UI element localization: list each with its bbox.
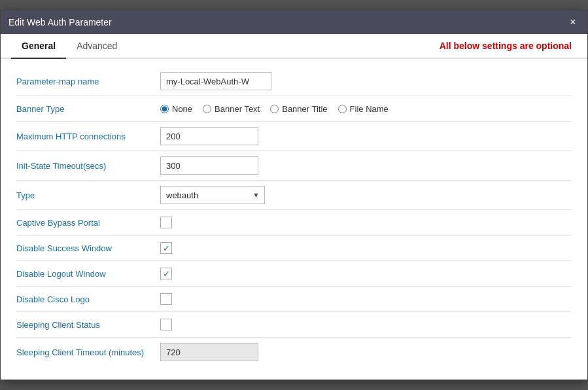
captive-bypass-row: Captive Bypass Portal (16, 210, 572, 235)
disable-success-control: ✓ (160, 242, 572, 254)
tab-bar: General Advanced All below settings are … (1, 34, 587, 59)
dialog-body: General Advanced All below settings are … (1, 34, 587, 380)
close-button[interactable]: × (566, 16, 579, 29)
type-label: Type (16, 190, 160, 200)
dialog-titlebar: Edit Web Auth Parameter × (1, 10, 587, 34)
disable-cisco-row: Disable Cisco Logo (16, 287, 572, 311)
disable-logout-checkbox[interactable]: ✓ (160, 268, 172, 279)
radio-none-input[interactable] (160, 105, 169, 113)
param-name-row: Parameter-map name (16, 67, 572, 96)
captive-bypass-checkbox[interactable] (160, 217, 172, 228)
sleeping-timeout-label: Sleeping Client Timeout (minutes) (16, 347, 160, 357)
disable-cisco-checkbox-wrapper (160, 293, 172, 305)
radio-banner-text-input[interactable] (203, 105, 211, 113)
disable-cisco-label: Disable Cisco Logo (16, 294, 160, 304)
sleeping-timeout-input[interactable] (160, 343, 258, 361)
banner-type-label: Banner Type (16, 104, 160, 114)
radio-banner-title-label: Banner Title (282, 104, 327, 114)
disable-logout-control: ✓ (160, 268, 572, 279)
sleeping-status-checkbox-wrapper (160, 319, 172, 330)
disable-success-checkbox[interactable]: ✓ (160, 242, 172, 254)
sleeping-status-row: Sleeping Client Status (16, 312, 572, 337)
radio-file-name-label: File Name (350, 104, 389, 114)
optional-note: All below settings are optional (440, 41, 577, 51)
disable-success-checkbox-wrapper: ✓ (160, 242, 172, 254)
radio-banner-title[interactable]: Banner Title (270, 104, 327, 114)
disable-cisco-control (160, 293, 572, 305)
type-control: webauth consent webconsent ▼ (160, 186, 572, 204)
radio-banner-text-label: Banner Text (215, 104, 260, 114)
type-select[interactable]: webauth consent webconsent (160, 186, 265, 204)
tab-general[interactable]: General (11, 34, 66, 59)
init-timeout-control (160, 156, 572, 175)
max-http-control (160, 127, 572, 145)
disable-success-checkmark: ✓ (163, 244, 170, 253)
sleeping-timeout-row: Sleeping Client Timeout (minutes) (16, 338, 572, 366)
radio-banner-text[interactable]: Banner Text (203, 104, 260, 114)
radio-banner-title-input[interactable] (270, 105, 279, 113)
init-timeout-label: Init-State Timeout(secs) (16, 161, 160, 171)
disable-logout-label: Disable Logout Window (16, 269, 160, 279)
disable-success-label: Disable Success Window (16, 243, 160, 253)
tab-advanced[interactable]: Advanced (66, 34, 128, 59)
banner-radio-group: None Banner Text Banner Title File (160, 104, 389, 114)
banner-type-control: None Banner Text Banner Title File (160, 104, 572, 114)
disable-logout-checkbox-wrapper: ✓ (160, 268, 172, 279)
init-timeout-input[interactable] (160, 156, 258, 175)
sleeping-status-checkbox[interactable] (160, 319, 172, 330)
form-area: Parameter-map name Banner Type None (1, 59, 587, 380)
param-name-label: Parameter-map name (16, 77, 160, 86)
type-select-wrapper: webauth consent webconsent ▼ (160, 186, 265, 204)
max-http-row: Maximum HTTP connections (16, 122, 572, 151)
sleeping-status-label: Sleeping Client Status (16, 320, 160, 330)
radio-none-label: None (172, 104, 192, 114)
type-row: Type webauth consent webconsent ▼ (16, 181, 572, 209)
max-http-input[interactable] (160, 127, 258, 145)
radio-none[interactable]: None (160, 104, 192, 114)
edit-web-auth-dialog: Edit Web Auth Parameter × General Advanc… (0, 10, 588, 380)
param-name-input[interactable] (160, 72, 271, 90)
param-name-control (160, 72, 572, 90)
banner-type-row: Banner Type None Banner Text (16, 96, 572, 121)
sleeping-status-control (160, 319, 572, 330)
disable-cisco-checkbox[interactable] (160, 293, 172, 305)
sleeping-timeout-control (160, 343, 572, 361)
captive-bypass-label: Captive Bypass Portal (16, 218, 160, 228)
radio-file-name-input[interactable] (338, 105, 347, 113)
radio-file-name[interactable]: File Name (338, 104, 389, 114)
captive-bypass-control (160, 217, 572, 228)
max-http-label: Maximum HTTP connections (16, 132, 160, 141)
disable-success-row: Disable Success Window ✓ (16, 236, 572, 260)
init-timeout-row: Init-State Timeout(secs) (16, 151, 572, 180)
captive-bypass-checkbox-wrapper (160, 217, 172, 228)
dialog-title: Edit Web Auth Parameter (9, 17, 112, 27)
disable-logout-row: Disable Logout Window ✓ (16, 261, 572, 286)
disable-logout-checkmark: ✓ (163, 270, 170, 278)
